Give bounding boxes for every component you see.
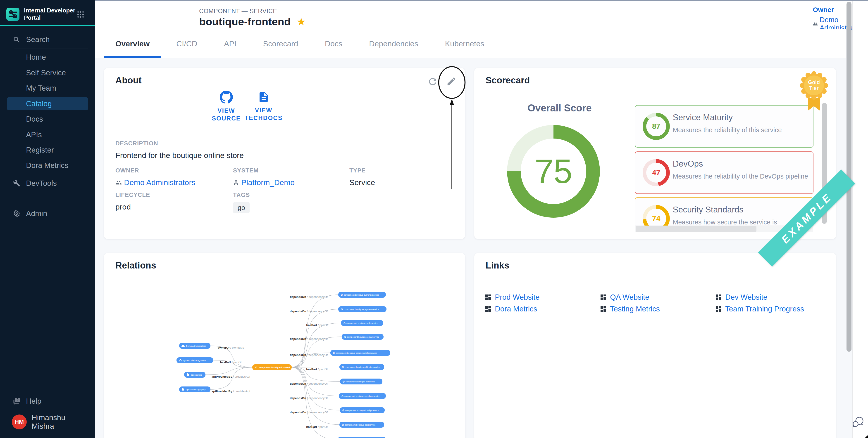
tag-chip[interactable]: go <box>233 202 250 213</box>
sidebar-item-home[interactable]: Home <box>7 50 88 64</box>
scorecard-card: Scorecard Overall Score 75 87Service Mat… <box>474 68 836 239</box>
graph-node-component-boutique-redisservice[interactable]: ⚙component:boutique-redisservice <box>341 320 383 326</box>
graph-node-label: api:petstore <box>191 374 202 376</box>
dashboard-icon <box>485 294 492 301</box>
graph-edge <box>291 323 341 367</box>
page-right-margin <box>852 0 868 438</box>
sidebar-item-devtools[interactable]: DevTools <box>7 177 88 190</box>
badge-line2: Tier <box>809 85 819 91</box>
tab-scorecard[interactable]: Scorecard <box>252 29 310 58</box>
help-chat-icon <box>13 397 26 405</box>
system-icon <box>233 180 239 186</box>
graph-node-component-boutique-shippingservice[interactable]: ⚙component:boutique-shippingservice <box>339 364 384 370</box>
link-testing-metrics[interactable]: Testing Metrics <box>600 305 660 313</box>
metric-name: Security Standards <box>673 205 744 214</box>
chat-bubbles-icon[interactable] <box>852 416 865 429</box>
apps-grid-icon[interactable] <box>78 11 84 18</box>
graph-node-label: component:boutique-cartservice <box>345 424 375 426</box>
sidebar-item-help[interactable]: Help <box>7 395 88 408</box>
scorecard-metrics-list[interactable]: 87Service MaturityMeasures the reliabili… <box>635 101 828 226</box>
sidebar-item-label: Register <box>26 146 54 155</box>
graph-node-component-boutique-paymentservice[interactable]: ⚙component:boutique-paymentservice <box>338 306 386 312</box>
sidebar-item-label: My Team <box>26 84 56 93</box>
sidebar-item-self-service[interactable]: Self Service <box>7 66 88 79</box>
graph-node-api-starwars-graphql[interactable]: api:starwars-graphql <box>179 386 211 392</box>
star-icon[interactable]: ★ <box>297 15 306 28</box>
link-team-training-progress[interactable]: Team Training Progress <box>715 305 804 313</box>
graph-node-label: component:boutique-emailservice <box>347 336 379 338</box>
user-avatar: HM <box>12 414 27 429</box>
overall-score-label: Overall Score <box>527 102 592 114</box>
entity-header: COMPONENT — SERVICE boutique-frontend ★ … <box>95 0 868 30</box>
sidebar-item-register[interactable]: Register <box>7 143 88 157</box>
group-icon <box>115 179 122 186</box>
graph-node-component-boutique-adservice[interactable]: ⚙component:boutique-adservice <box>340 378 382 384</box>
link-dora-metrics[interactable]: Dora Metrics <box>485 305 537 313</box>
sidebar-item-dora-metrics[interactable]: Dora Metrics <box>7 159 88 172</box>
tab-kubernetes[interactable]: Kubernetes <box>434 29 496 58</box>
sidebar-user[interactable]: HM Himanshu Mishra <box>7 415 88 429</box>
graph-node-component-boutique-emailservice[interactable]: ⚙component:boutique-emailservice <box>342 334 383 340</box>
breadcrumb: COMPONENT — SERVICE <box>199 8 277 15</box>
graph-edge-label: hasPart / partOf <box>306 368 328 371</box>
graph-node-component-boutique-checkoutservice[interactable]: ⚙component:boutique-checkoutservice <box>339 393 386 399</box>
graph-node-cut-off[interactable] <box>338 437 386 438</box>
view-source-label: VIEWSOURCE <box>207 107 246 122</box>
sidebar-item-label: Home <box>26 53 46 62</box>
link-label: Dora Metrics <box>495 305 537 313</box>
tab-docs[interactable]: Docs <box>314 29 354 58</box>
owner-field-value: Demo Administrators <box>124 178 195 187</box>
wrench-icon <box>13 180 26 187</box>
sidebar-item-catalog[interactable]: Catalog <box>7 97 88 110</box>
graph-edge-label: dependsOn / dependencyOf <box>290 411 328 414</box>
sidebar-search-label: Search <box>26 35 50 44</box>
sidebar-item-label: APIs <box>26 130 42 139</box>
graph-node-component-boutique-loadgenerator[interactable]: ⚙component:boutique-loadgenerator <box>340 407 385 413</box>
tab-api[interactable]: API <box>213 29 248 58</box>
app-logo <box>6 8 20 21</box>
refresh-icon[interactable] <box>427 76 440 89</box>
tab-ci-cd[interactable]: CI/CD <box>165 29 209 58</box>
graph-node-label: system:Platform_Demo <box>183 359 206 362</box>
owner-field-link[interactable]: Demo Administrators <box>115 178 195 187</box>
sidebar-item-docs[interactable]: Docs <box>7 112 88 126</box>
sidebar-item-admin[interactable]: Admin <box>7 207 88 220</box>
graph-edge <box>291 367 339 425</box>
gear-icon <box>13 210 26 217</box>
sliders-logo-icon <box>6 8 20 21</box>
view-techdocs-link[interactable]: VIEWTECHDOCS <box>244 91 283 122</box>
relations-card-title: Relations <box>115 260 156 271</box>
relations-card: Relations ownerOf / ownedByhasPart / par… <box>104 253 465 438</box>
edit-pencil-icon[interactable] <box>446 76 459 89</box>
metric-tile-devops[interactable]: 47DevOpsMeasures the reliability of the … <box>635 151 813 194</box>
system-field-link[interactable]: Platform_Demo <box>233 178 294 187</box>
link-qa-website[interactable]: QA Website <box>600 293 649 302</box>
sidebar: Internal Developer Portal Search HomeSel… <box>0 0 95 438</box>
links-card: Links Prod WebsiteQA WebsiteDev WebsiteD… <box>474 253 836 438</box>
metric-value: 47 <box>646 163 666 182</box>
graph-node-system-platform-demo[interactable]: system:Platform_Demo <box>177 357 213 363</box>
divider <box>14 174 88 174</box>
techdocs-icon <box>257 91 270 103</box>
graph-node-label: component:boutique-currencyservice <box>344 294 379 296</box>
sidebar-search[interactable]: Search <box>7 33 88 46</box>
graph-edge <box>291 367 339 396</box>
tab-dependencies[interactable]: Dependencies <box>358 29 430 58</box>
app-title: Internal Developer Portal <box>24 7 76 21</box>
graph-node-component-boutique-productcatalogservice[interactable]: ⚙component:boutique-productcatalogservic… <box>330 350 390 356</box>
metric-tile-service-maturity[interactable]: 87Service MaturityMeasures the reliabili… <box>635 105 813 147</box>
metric-name: Service Maturity <box>673 113 733 122</box>
type-field: TYPE Service <box>349 167 375 187</box>
sidebar-item-my-team[interactable]: My Team <box>7 81 88 95</box>
graph-node-center[interactable]: ⚙component:boutique-frontend <box>252 364 292 370</box>
graph-node-component-boutique-currencyservice[interactable]: ⚙component:boutique-currencyservice <box>338 292 386 298</box>
link-prod-website[interactable]: Prod Website <box>485 293 539 302</box>
tab-overview[interactable]: Overview <box>104 29 161 58</box>
graph-node-component-boutique-cartservice[interactable]: ⚙component:boutique-cartservice <box>339 422 384 428</box>
link-dev-website[interactable]: Dev Website <box>715 293 767 302</box>
metric-tile-security-standards[interactable]: 74Security StandardsMeasures how secure … <box>635 197 813 226</box>
sidebar-item-apis[interactable]: APIs <box>7 128 88 141</box>
graph-node-demo-administrators[interactable]: Demo Administrators <box>179 343 211 349</box>
view-source-link[interactable]: VIEWSOURCE <box>207 91 246 122</box>
graph-node-api-petstore[interactable]: api:petstore <box>184 372 206 378</box>
